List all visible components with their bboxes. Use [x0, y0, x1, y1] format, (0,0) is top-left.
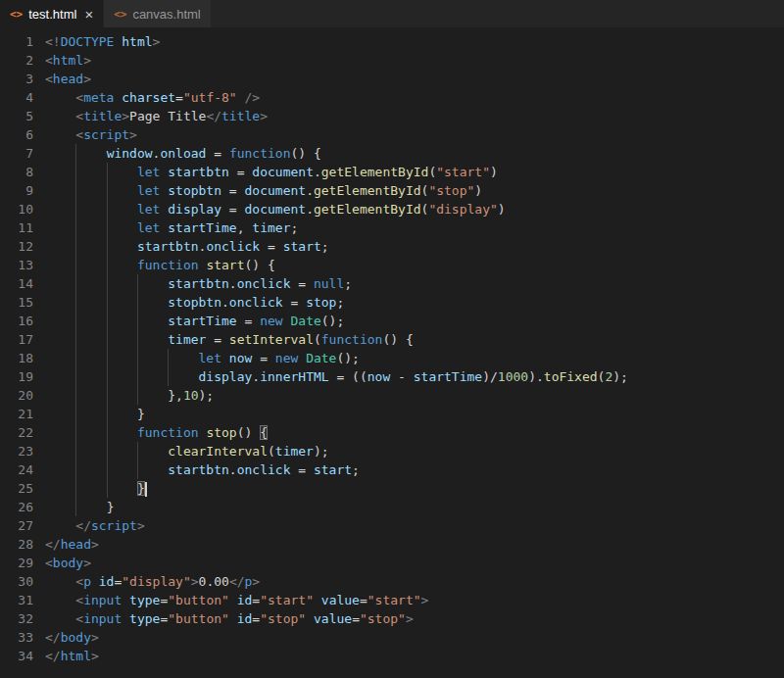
code-line[interactable]: 4 <meta charset="utf-8" />: [0, 88, 784, 107]
code-text[interactable]: startbtn.onclick = start;: [45, 460, 360, 479]
code-line[interactable]: 19 display.innerHTML = ((now - startTime…: [0, 367, 784, 386]
line-number[interactable]: 14: [0, 274, 45, 293]
line-number[interactable]: 1: [0, 32, 45, 51]
code-line[interactable]: 7 window.onload = function() {: [0, 144, 784, 163]
code-line[interactable]: 28</head>: [0, 535, 784, 554]
code-line[interactable]: 27 </script>: [0, 516, 784, 535]
line-number[interactable]: 21: [0, 405, 45, 423]
code-line[interactable]: 33</body>: [0, 628, 784, 647]
code-text[interactable]: }: [45, 479, 147, 498]
line-number[interactable]: 28: [0, 535, 45, 554]
code-text[interactable]: let startTime, timer;: [45, 218, 298, 237]
code-text[interactable]: <body>: [45, 554, 91, 572]
code-text[interactable]: <input type="button" id="start" value="s…: [45, 591, 428, 609]
code-text[interactable]: }: [45, 405, 145, 423]
code-line[interactable]: 14 startbtn.onclick = null;: [0, 274, 784, 293]
code-line[interactable]: 18 let now = new Date();: [0, 349, 784, 367]
line-number[interactable]: 27: [0, 516, 45, 535]
line-number[interactable]: 32: [0, 609, 45, 628]
code-line[interactable]: 9 let stopbtn = document.getElementById(…: [0, 181, 784, 200]
code-text[interactable]: display.innerHTML = ((now - startTime)/1…: [45, 367, 628, 386]
line-number[interactable]: 30: [0, 572, 45, 591]
code-text[interactable]: </html>: [45, 647, 99, 665]
code-text[interactable]: <p id="display">0.00</p>: [45, 572, 260, 591]
code-line[interactable]: 31 <input type="button" id="start" value…: [0, 591, 784, 609]
code-line[interactable]: 3<head>: [0, 70, 784, 88]
code-area[interactable]: 1<!DOCTYPE html>2<html>3<head>4 <meta ch…: [0, 32, 784, 665]
line-number[interactable]: 16: [0, 312, 45, 330]
code-line[interactable]: 32 <input type="button" id="stop" value=…: [0, 609, 784, 628]
code-text[interactable]: let startbtn = document.getElementById("…: [45, 163, 498, 181]
line-number[interactable]: 18: [0, 349, 45, 367]
code-line[interactable]: 34</html>: [0, 647, 784, 665]
code-text[interactable]: },10);: [45, 386, 214, 405]
code-text[interactable]: window.onload = function() {: [45, 144, 321, 163]
line-number[interactable]: 22: [0, 423, 45, 442]
code-line[interactable]: 20 },10);: [0, 386, 784, 405]
code-text[interactable]: <head>: [45, 70, 91, 88]
code-line[interactable]: 1<!DOCTYPE html>: [0, 32, 784, 51]
code-text[interactable]: <title>Page Title</title>: [45, 107, 268, 125]
code-text[interactable]: }: [45, 498, 114, 516]
line-number[interactable]: 20: [0, 386, 45, 405]
code-line[interactable]: 15 stopbtn.onclick = stop;: [0, 293, 784, 312]
code-text[interactable]: stopbtn.onclick = stop;: [45, 293, 344, 312]
code-text[interactable]: startbtn.onclick = null;: [45, 274, 352, 293]
code-line[interactable]: 21 }: [0, 405, 784, 423]
code-line[interactable]: 6 <script>: [0, 125, 784, 144]
line-number[interactable]: 31: [0, 591, 45, 609]
line-number[interactable]: 17: [0, 330, 45, 349]
code-text[interactable]: <html>: [45, 51, 91, 70]
code-text[interactable]: </body>: [45, 628, 99, 647]
code-line[interactable]: 22 function stop() {: [0, 423, 784, 442]
tab-canvas-html[interactable]: <> canvas.html: [104, 0, 212, 27]
code-text[interactable]: startTime = new Date();: [45, 312, 344, 330]
line-number[interactable]: 15: [0, 293, 45, 312]
code-line[interactable]: 29<body>: [0, 554, 784, 572]
tab-test-html[interactable]: <> test.html ×: [0, 0, 104, 27]
code-line[interactable]: 11 let startTime, timer;: [0, 218, 784, 237]
code-text[interactable]: <meta charset="utf-8" />: [45, 88, 260, 107]
line-number[interactable]: 11: [0, 218, 45, 237]
code-line[interactable]: 16 startTime = new Date();: [0, 312, 784, 330]
code-text[interactable]: </script>: [45, 516, 145, 535]
line-number[interactable]: 10: [0, 200, 45, 218]
line-number[interactable]: 29: [0, 554, 45, 572]
code-text[interactable]: function start() {: [45, 256, 275, 274]
code-text[interactable]: <input type="button" id="stop" value="st…: [45, 609, 414, 628]
code-line[interactable]: 13 function start() {: [0, 256, 784, 274]
line-number[interactable]: 6: [0, 125, 45, 144]
code-line[interactable]: 5 <title>Page Title</title>: [0, 107, 784, 125]
code-text[interactable]: timer = setInterval(function() {: [45, 330, 414, 349]
code-line[interactable]: 25 }: [0, 479, 784, 498]
line-number[interactable]: 33: [0, 628, 45, 647]
line-number[interactable]: 13: [0, 256, 45, 274]
code-text[interactable]: <!DOCTYPE html>: [45, 32, 160, 51]
code-text[interactable]: function stop() {: [45, 423, 268, 442]
code-text[interactable]: <script>: [45, 125, 137, 144]
line-number[interactable]: 8: [0, 163, 45, 181]
code-text[interactable]: startbtn.onclick = start;: [45, 237, 329, 256]
code-line[interactable]: 26 }: [0, 498, 784, 516]
line-number[interactable]: 4: [0, 88, 45, 107]
code-line[interactable]: 2<html>: [0, 51, 784, 70]
code-text[interactable]: let display = document.getElementById("d…: [45, 200, 506, 218]
line-number[interactable]: 25: [0, 479, 45, 498]
code-line[interactable]: 8 let startbtn = document.getElementById…: [0, 163, 784, 181]
close-tab-icon[interactable]: ×: [84, 7, 93, 22]
code-text[interactable]: clearInterval(timer);: [45, 442, 329, 460]
line-number[interactable]: 34: [0, 647, 45, 665]
line-number[interactable]: 24: [0, 460, 45, 479]
line-number[interactable]: 2: [0, 51, 45, 70]
code-text[interactable]: </head>: [45, 535, 99, 554]
line-number[interactable]: 23: [0, 442, 45, 460]
code-line[interactable]: 12 startbtn.onclick = start;: [0, 237, 784, 256]
code-line[interactable]: 30 <p id="display">0.00</p>: [0, 572, 784, 591]
code-text[interactable]: let now = new Date();: [45, 349, 360, 367]
code-line[interactable]: 10 let display = document.getElementById…: [0, 200, 784, 218]
line-number[interactable]: 9: [0, 181, 45, 200]
editor[interactable]: 1<!DOCTYPE html>2<html>3<head>4 <meta ch…: [0, 27, 784, 678]
line-number[interactable]: 3: [0, 70, 45, 88]
line-number[interactable]: 5: [0, 107, 45, 125]
line-number[interactable]: 19: [0, 367, 45, 386]
